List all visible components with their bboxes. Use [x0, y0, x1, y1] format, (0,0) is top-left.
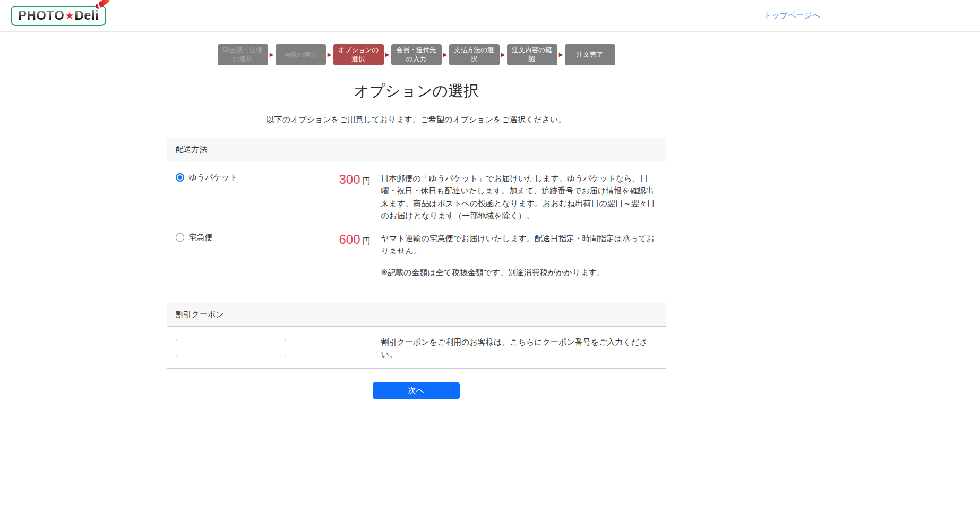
- content-wrap: 印画紙・仕様の選択 ▶ 画像の選択 ▶ オプションの選択 ▶ 会員・送付先の入力…: [0, 44, 832, 399]
- price-value: 600: [339, 232, 360, 246]
- price-unit: 円: [363, 176, 371, 185]
- coupon-input[interactable]: [176, 339, 286, 356]
- next-button[interactable]: 次へ: [373, 382, 460, 399]
- step-payment-method: 支払方法の選択: [449, 44, 500, 65]
- tax-note: ※記載の金額は全て税抜金額です。別途消費税がかかります。: [381, 268, 657, 278]
- checkout-steps: 印画紙・仕様の選択 ▶ 画像の選択 ▶ オプションの選択 ▶ 会員・送付先の入力…: [0, 44, 832, 65]
- coupon-description: 割引クーポンをご利用のお客様は、こちらにクーポン番号をご入力ください。: [381, 336, 657, 361]
- step-member-address: 会員・送付先の入力: [391, 44, 442, 65]
- shipping-option-label: 宅急便: [189, 233, 213, 243]
- shipping-option-yu-packet[interactable]: ゆうパケット: [176, 172, 317, 222]
- shipping-option-description: 日本郵便の「ゆうパケット」でお届けいたします。ゆうパケットなら、日曜・祝日・休日…: [381, 172, 657, 222]
- logo-deli-text: Deli: [74, 8, 99, 23]
- page-subtitle: 以下のオプションをご用意しております。ご希望のオプションをご選択ください。: [0, 115, 832, 125]
- logo-photo-text: PHOTO: [18, 8, 64, 23]
- step-arrow-icon: ▶: [384, 52, 391, 57]
- shipping-panel: 配送方法 ゆうパケット 300円 日本郵便の「ゆうパケット」でお届けいたします。…: [167, 138, 666, 290]
- tax-note-row: ※記載の金額は全て税抜金額です。別途消費税がかかります。: [176, 268, 657, 278]
- page-title: オプションの選択: [0, 81, 832, 102]
- shipping-section-title: 配送方法: [167, 138, 666, 161]
- step-option-selection: オプションの選択: [333, 44, 384, 65]
- shipping-option-takkyubin[interactable]: 宅急便: [176, 232, 317, 257]
- step-arrow-icon: ▶: [500, 52, 507, 57]
- shipping-option-row: 宅急便 600円 ヤマト運輸の宅急便でお届けいたします。配送日指定・時間指定は承…: [176, 232, 657, 257]
- shipping-option-label: ゆうパケット: [189, 173, 238, 183]
- coupon-section-title: 割引クーポン: [167, 303, 666, 327]
- photo-deli-logo: PHOTO ★ Deli: [11, 6, 106, 26]
- step-arrow-icon: ▶: [326, 52, 333, 57]
- site-header: PHOTO ★ Deli トップページへ: [0, 0, 980, 32]
- pen-check-icon: [94, 0, 110, 10]
- step-image-selection: 画像の選択: [276, 44, 326, 65]
- top-page-link[interactable]: トップページへ: [763, 11, 820, 21]
- step-arrow-icon: ▶: [442, 52, 449, 57]
- site-logo[interactable]: PHOTO ★ Deli: [11, 6, 106, 26]
- radio-takkyubin[interactable]: [176, 233, 184, 242]
- shipping-option-row: ゆうパケット 300円 日本郵便の「ゆうパケット」でお届けいたします。ゆうパケッ…: [176, 172, 657, 222]
- star-icon: ★: [65, 10, 74, 22]
- step-arrow-icon: ▶: [268, 52, 276, 57]
- price-value: 300: [339, 172, 360, 186]
- shipping-price: 600円: [328, 232, 371, 257]
- shipping-price: 300円: [328, 172, 371, 222]
- radio-yu-packet[interactable]: [176, 173, 184, 182]
- step-arrow-icon: ▶: [557, 52, 565, 57]
- price-unit: 円: [363, 236, 371, 245]
- step-order-complete: 注文完了: [565, 44, 615, 65]
- step-paper-selection: 印画紙・仕様の選択: [218, 44, 268, 65]
- step-order-confirm: 注文内容の確認: [507, 44, 557, 65]
- coupon-panel: 割引クーポン 割引クーポンをご利用のお客様は、こちらにクーポン番号をご入力くださ…: [167, 303, 666, 369]
- shipping-option-description: ヤマト運輸の宅急便でお届けいたします。配送日指定・時間指定は承っておりません。: [381, 232, 657, 257]
